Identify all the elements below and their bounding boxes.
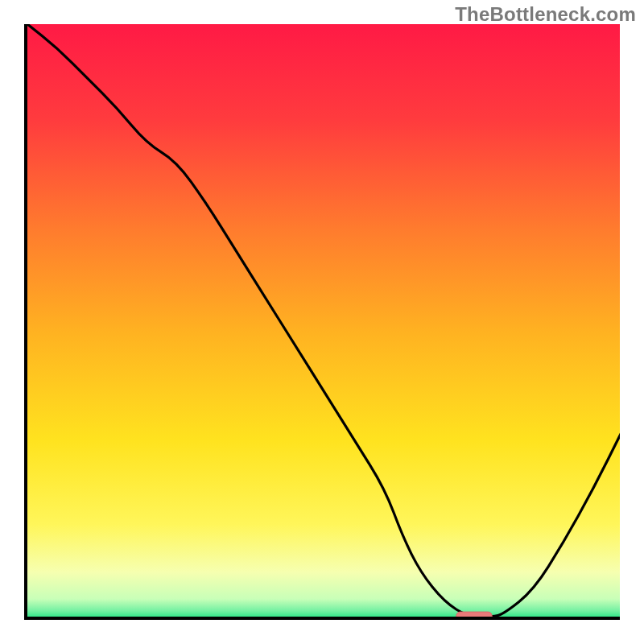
gradient-background <box>27 24 620 620</box>
optimal-marker <box>456 612 492 620</box>
chart-svg <box>27 24 620 620</box>
watermark-text: TheBottleneck.com <box>455 3 636 26</box>
plot-area <box>24 24 620 620</box>
chart-container: TheBottleneck.com <box>0 0 644 644</box>
